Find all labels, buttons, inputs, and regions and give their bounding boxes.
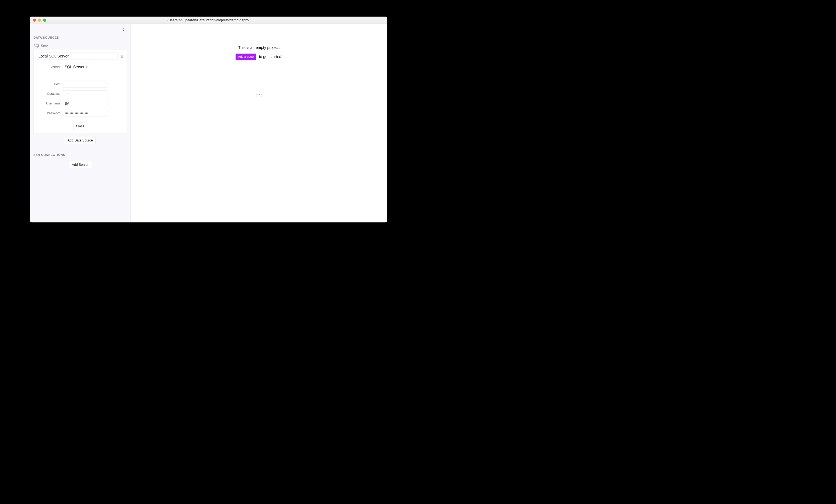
- app-version: 0.7.0: [255, 94, 262, 97]
- vendor-label: Vendor: [36, 65, 60, 69]
- app-window: /Users/philipeaton/DataStationProjects/d…: [30, 17, 387, 222]
- data-source-type-label: SQL Server: [34, 44, 127, 48]
- window-close-button[interactable]: [33, 19, 36, 22]
- ssh-connections-section-title: SSH CONNECTIONS: [34, 153, 127, 157]
- window-minimize-button[interactable]: [38, 19, 41, 22]
- get-started-text: to get started!: [259, 55, 283, 59]
- add-page-row: Add a page to get started!: [235, 54, 282, 60]
- empty-project-text: This is an empty project.: [238, 45, 280, 50]
- username-label: Username: [36, 102, 60, 105]
- chevron-left-icon: [122, 27, 125, 32]
- password-label: Password: [36, 111, 60, 115]
- add-page-button[interactable]: Add a page: [235, 54, 256, 60]
- close-button[interactable]: Close: [73, 122, 87, 130]
- data-source-name-input[interactable]: [36, 53, 118, 60]
- app-content: DATA SOURCES SQL Server: [30, 24, 387, 222]
- password-input[interactable]: [63, 110, 108, 117]
- delete-data-source-button[interactable]: [120, 54, 125, 59]
- database-input[interactable]: [63, 90, 108, 97]
- main-panel: This is an empty project. Add a page to …: [131, 24, 387, 222]
- sidebar: DATA SOURCES SQL Server: [30, 24, 131, 222]
- host-input[interactable]: [63, 81, 108, 88]
- window-title: /Users/philipeaton/DataStationProjects/d…: [168, 18, 250, 22]
- database-label: Database: [36, 92, 60, 96]
- titlebar: /Users/philipeaton/DataStationProjects/d…: [30, 17, 387, 24]
- data-sources-section-title: DATA SOURCES: [34, 36, 127, 40]
- data-source-panel: Vendor SQL Server Host Database: [34, 50, 127, 133]
- window-maximize-button[interactable]: [43, 19, 46, 22]
- add-data-source-button[interactable]: Add Data Source: [65, 137, 96, 144]
- add-server-button[interactable]: Add Server: [69, 161, 91, 168]
- window-controls: [30, 19, 46, 22]
- collapse-sidebar-button[interactable]: [121, 27, 126, 32]
- trash-icon: [120, 54, 124, 58]
- host-label: Host: [36, 82, 60, 86]
- vendor-select[interactable]: SQL Server: [63, 63, 90, 70]
- username-input[interactable]: [63, 100, 108, 107]
